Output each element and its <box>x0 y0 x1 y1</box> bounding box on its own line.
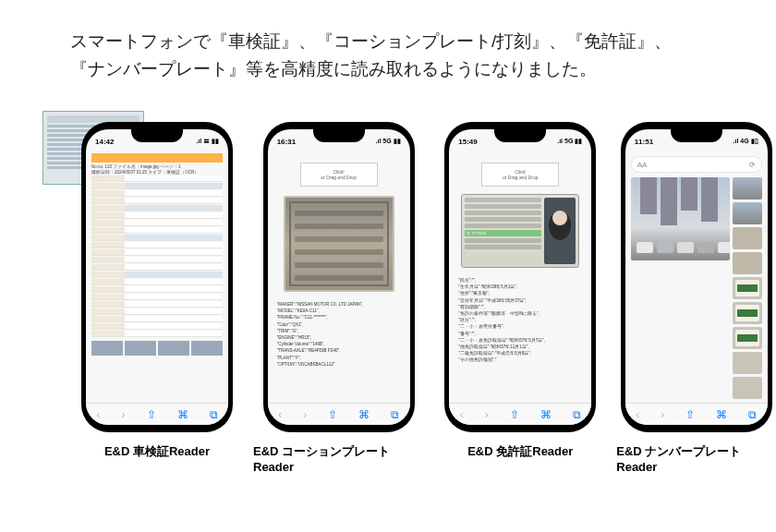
phone-caption: E&D ナンバープレートReader <box>616 443 776 474</box>
notch <box>313 129 365 142</box>
out-line: "二・小・原受付番号", <box>458 323 582 330</box>
share-icon[interactable]: ⇧ <box>328 408 337 421</box>
heading-line-1: スマートフォンで『車検証』、『コーションプレート/打刻』、『免許証』、 <box>70 31 672 51</box>
safari-toolbar: ‹ › ⇧ ⌘ ⧉ <box>449 403 591 425</box>
thumbnail[interactable] <box>733 352 762 374</box>
upload-dropzone[interactable]: Click! or Drag and Drop <box>300 163 378 187</box>
safari-toolbar: ‹ › ⇧ ⌘ ⧉ <box>86 403 228 425</box>
notch <box>131 129 183 142</box>
out-line: "その他免許種別":" <box>458 357 582 363</box>
out-line: "TRIM":"G", <box>277 328 401 334</box>
forward-button[interactable]: › <box>122 408 126 421</box>
tabs-icon[interactable]: ⧉ <box>210 408 218 421</box>
tabs-icon[interactable]: ⧉ <box>391 408 399 421</box>
license-photo <box>544 198 576 264</box>
out-line: "有効期限":"", <box>458 304 582 310</box>
thumbnail[interactable] <box>733 377 762 399</box>
file-info: No.no. 110 ファイル名：image.jpg ページ：1 <box>91 164 223 169</box>
phone-1: 14:42 .ıl 〓 ▮▮ No.no. 110 ファイル名：image.jp… <box>81 122 233 432</box>
status-time: 15:49 <box>458 138 477 146</box>
thumbnail[interactable] <box>158 341 189 356</box>
thumbnail[interactable] <box>733 227 762 249</box>
share-icon[interactable]: ⇧ <box>147 408 156 421</box>
tabs-icon[interactable]: ⧉ <box>748 408 757 421</box>
out-line: "ENGINE":"HR15", <box>277 334 401 341</box>
thumbnail[interactable] <box>191 341 223 356</box>
bookmarks-icon[interactable]: ⌘ <box>177 408 188 421</box>
share-icon[interactable]: ⇧ <box>685 408 695 421</box>
thumbnail-strip <box>91 341 223 356</box>
plate-thumbnail[interactable] <box>733 277 762 299</box>
plate-thumbnail[interactable] <box>733 302 762 324</box>
safari-toolbar: ‹ › ⇧ ⌘ ⧉ <box>268 403 410 425</box>
bookmarks-icon[interactable]: ⌘ <box>358 408 370 421</box>
out-line: "番号":"", <box>458 331 582 337</box>
reload-icon[interactable]: ⟳ <box>749 161 756 169</box>
forward-button[interactable]: › <box>485 408 489 421</box>
status-time: 11:51 <box>635 138 653 146</box>
status-signal: .ıl 〓 ▮▮ <box>196 137 219 146</box>
bookmarks-icon[interactable]: ⌘ <box>716 408 727 421</box>
back-button[interactable]: ‹ <box>636 408 639 421</box>
upload-dropzone[interactable]: Click! or Drag and Drop <box>481 163 559 187</box>
notch <box>494 129 546 142</box>
heading-line-2: 『ナンバープレート』等を高精度に読み取れるようになりました。 <box>70 59 597 79</box>
license-number: 第 7777024 <box>465 230 541 236</box>
share-icon[interactable]: ⇧ <box>510 408 519 421</box>
phone-row: 14:42 .ıl 〓 ▮▮ No.no. 110 ファイル名：image.jp… <box>81 122 776 474</box>
thumbnail[interactable] <box>91 341 123 356</box>
ocr-output: "MAKER":"NISSAN MOTOR CO.,LTD JAPAN", "M… <box>277 301 401 368</box>
back-button[interactable]: ‹ <box>97 408 101 421</box>
thumbnail-column <box>733 177 762 399</box>
out-line: "PLANT":"F", <box>277 355 401 361</box>
plate-thumbnail[interactable] <box>733 327 762 349</box>
out-line: "MODEL":"KE0A-C11", <box>277 308 401 314</box>
phone-caption: E&D 免許証Reader <box>467 443 573 460</box>
out-line: "交付年月日":"平成30年05月07日", <box>458 297 582 304</box>
forward-button[interactable]: › <box>661 408 664 421</box>
back-button[interactable]: ‹ <box>460 408 464 421</box>
out-line: "OPTION":"VDCABSBACL112" <box>277 361 401 368</box>
out-line: "免許の条件等":"眼鏡等 中型8tに限る", <box>458 310 582 317</box>
aa-icon[interactable]: AA <box>637 161 648 169</box>
caution-plate-image <box>284 196 394 292</box>
drag-label: or Drag and Drop <box>503 175 539 180</box>
out-line: "他免許取得日":"昭和57年11月1日", <box>458 344 582 350</box>
bookmarks-icon[interactable]: ⌘ <box>540 408 552 421</box>
out-line: "FRAME No.":"C11-*******", <box>277 314 401 320</box>
header-strip <box>91 153 223 163</box>
phone-2: 16:31 .ıl 5G ▮▮ Click! or Drag and Drop … <box>263 122 415 432</box>
phone-caption: E&D コーションプレートReader <box>253 443 424 474</box>
forward-button[interactable]: › <box>303 408 307 421</box>
status-signal: .ıl 5G ▮▮ <box>376 138 401 145</box>
out-line: "区分":"", <box>458 317 582 323</box>
out-line: "二・小・原免許取得日":"昭和57年5月7日", <box>458 337 582 344</box>
license-image: 第 7777024 <box>461 194 579 268</box>
back-button[interactable]: ‹ <box>278 408 282 421</box>
status-signal: .ıl 5G ▮▮ <box>557 138 582 145</box>
status-time: 16:31 <box>277 138 296 146</box>
out-line: "生年月日":"昭和39年5月1日", <box>458 284 582 290</box>
out-line: "Cylinder Volume":"1498", <box>277 341 401 347</box>
notch <box>671 129 722 142</box>
thumbnail[interactable] <box>733 252 762 274</box>
out-line: "MAKER":"NISSAN MOTOR CO.,LTD JAPAN", <box>277 301 401 308</box>
phone-caption: E&D 車検証Reader <box>104 443 210 460</box>
thumbnail[interactable] <box>733 177 762 200</box>
thumbnail[interactable] <box>125 341 156 356</box>
out-line: "二種免許取得日":"平成元年8月8日", <box>458 350 582 357</box>
phone-3: 15:49 .ıl 5G ▮▮ Click! or Drag and Drop … <box>444 122 596 432</box>
ocr-output: "氏名":"", "生年月日":"昭和39年5月1日", "住所":"東京都",… <box>458 277 582 363</box>
date-info: 撮影日時：2024/05/07 01:25 タイプ：車検証（OCR） <box>91 170 223 175</box>
street-photo <box>631 177 730 260</box>
address-bar[interactable]: AA ⟳ <box>631 156 762 173</box>
safari-toolbar: ‹ › ⇧ ⌘ ⧉ <box>625 403 768 425</box>
status-time: 14:42 <box>95 138 114 146</box>
drag-label: or Drag and Drop <box>321 175 357 180</box>
out-line: "TRANS-AXLE":"RE4F03B FS40", <box>277 347 401 354</box>
tabs-icon[interactable]: ⧉ <box>573 408 581 421</box>
thumbnail[interactable] <box>733 202 762 224</box>
phone-4: 11:51 .ıl 4G ▮▯ AA ⟳ <box>621 122 772 432</box>
status-signal: .ıl 4G ▮▯ <box>734 138 758 145</box>
heading: スマートフォンで『車検証』、『コーションプレート/打刻』、『免許証』、 『ナンバ… <box>70 28 721 84</box>
